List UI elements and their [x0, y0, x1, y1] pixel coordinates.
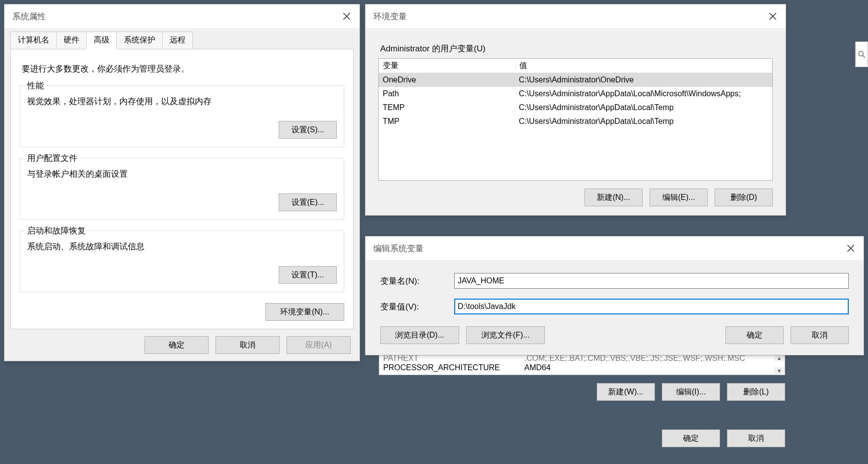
sysprop-titlebar: 系统属性: [4, 4, 360, 28]
user-delete-button[interactable]: 删除(D): [715, 189, 773, 206]
var-value: AMD64: [520, 363, 785, 372]
close-icon[interactable]: [334, 4, 360, 28]
edit-system-variable-dialog: 编辑系统变量 变量名(N): 变量值(V): 浏览目录(D)... 浏览文件(F…: [365, 236, 864, 355]
admin-notice: 要进行大多数更改，你必须作为管理员登录。: [22, 63, 342, 75]
envvars-titlebar: 环境变量: [365, 4, 786, 28]
variable-name-row: 变量名(N):: [380, 273, 849, 289]
var-value: C:\Users\Administrator\AppData\Local\Tem…: [515, 117, 772, 126]
variable-name-input[interactable]: [454, 273, 849, 289]
variable-value-row: 变量值(V):: [380, 299, 849, 314]
col-value[interactable]: 值: [515, 61, 772, 71]
editvar-title: 编辑系统变量: [373, 243, 838, 254]
tab-hardware[interactable]: 硬件: [56, 32, 87, 49]
envvars-title: 环境变量: [373, 11, 760, 22]
system-vars-peek: PATHEXT .COM;.EXE;.BAT;.CMD;.VBS;.VBE;.J…: [379, 353, 785, 447]
sysprop-ok-button[interactable]: 确定: [145, 336, 209, 354]
variable-name-label: 变量名(N):: [380, 275, 454, 287]
close-icon[interactable]: [760, 4, 786, 28]
browse-directory-button[interactable]: 浏览目录(D)...: [380, 326, 459, 344]
group-startup-recovery: 启动和故障恢复 系统启动、系统故障和调试信息 设置(T)...: [20, 231, 344, 292]
tab-advanced[interactable]: 高级: [86, 32, 117, 49]
var-name: PROCESSOR_ARCHITECTURE: [379, 363, 520, 372]
tab-remote[interactable]: 远程: [162, 32, 193, 49]
close-icon[interactable]: [838, 236, 864, 260]
var-name: TEMP: [379, 103, 515, 112]
envvars-cancel-button[interactable]: 取消: [727, 429, 785, 447]
svg-line-7: [863, 55, 865, 58]
user-edit-button[interactable]: 编辑(E)...: [650, 189, 708, 206]
group-performance-desc: 视觉效果，处理器计划，内存使用，以及虚拟内存: [27, 96, 337, 107]
sysprop-title: 系统属性: [12, 11, 334, 22]
editvar-titlebar: 编辑系统变量: [365, 236, 864, 260]
system-new-button[interactable]: 新建(W)...: [597, 383, 655, 401]
group-user-profiles: 用户配置文件 与登录帐户相关的桌面设置 设置(E)...: [20, 158, 344, 220]
user-vars-list[interactable]: 变量 值 OneDrive C:\Users\Administrator\One…: [378, 58, 773, 181]
list-item[interactable]: TMP C:\Users\Administrator\AppData\Local…: [379, 115, 772, 128]
group-performance: 性能 视觉效果，处理器计划，内存使用，以及虚拟内存 设置(S)...: [20, 85, 344, 147]
tabpage-advanced: 要进行大多数更改，你必须作为管理员登录。 性能 视觉效果，处理器计划，内存使用，…: [10, 49, 354, 329]
list-item[interactable]: Path C:\Users\Administrator\AppData\Loca…: [379, 87, 772, 101]
sysprop-apply-button[interactable]: 应用(A): [287, 336, 351, 354]
var-value: C:\Users\Administrator\OneDrive: [515, 76, 772, 84]
system-vars-buttons: 新建(W)... 编辑(I)... 删除(L): [379, 383, 785, 401]
group-user-profiles-title: 用户配置文件: [24, 153, 80, 164]
envvars-bottom-buttons: 确定 取消: [379, 429, 785, 447]
var-value: C:\Users\Administrator\AppData\Local\Tem…: [515, 103, 772, 112]
system-delete-button[interactable]: 删除(L): [727, 383, 785, 401]
svg-point-6: [859, 51, 863, 56]
var-name: OneDrive: [379, 76, 515, 84]
group-startup-desc: 系统启动、系统故障和调试信息: [27, 241, 337, 252]
startup-settings-button[interactable]: 设置(T)...: [279, 266, 337, 284]
group-performance-title: 性能: [24, 80, 47, 91]
system-vars-list[interactable]: PATHEXT .COM;.EXE;.BAT;.CMD;.VBS;.VBE;.J…: [379, 353, 785, 375]
user-new-button[interactable]: 新建(N)...: [584, 189, 643, 206]
editvar-cancel-button[interactable]: 取消: [791, 326, 849, 344]
system-edit-button[interactable]: 编辑(I)...: [662, 383, 720, 401]
list-item[interactable]: OneDrive C:\Users\Administrator\OneDrive: [379, 73, 772, 87]
variable-value-label: 变量值(V):: [380, 301, 454, 312]
user-vars-header: 变量 值: [379, 59, 772, 73]
sysprop-tabs: 计算机名 硬件 高级 系统保护 远程: [10, 28, 354, 49]
performance-settings-button[interactable]: 设置(S)...: [279, 121, 337, 139]
var-name: TMP: [379, 117, 515, 126]
sysprop-bottom-buttons: 确定 取消 应用(A): [10, 329, 354, 354]
environment-variables-button[interactable]: 环境变量(N)...: [265, 303, 344, 321]
search-icon[interactable]: [855, 41, 868, 67]
scroll-down-icon[interactable]: ▼: [774, 367, 784, 374]
col-variable[interactable]: 变量: [379, 61, 515, 71]
group-startup-title: 启动和故障恢复: [24, 225, 89, 236]
scroll-up-icon[interactable]: ▲: [774, 354, 784, 361]
list-item[interactable]: PROCESSOR_ARCHITECTURE AMD64: [379, 362, 785, 373]
envvars-ok-button[interactable]: 确定: [662, 429, 720, 447]
user-profiles-settings-button[interactable]: 设置(E)...: [279, 193, 337, 211]
user-vars-label: Administrator 的用户变量(U): [380, 43, 773, 54]
list-item[interactable]: TEMP C:\Users\Administrator\AppData\Loca…: [379, 101, 772, 115]
user-vars-buttons: 新建(N)... 编辑(E)... 删除(D): [378, 189, 773, 206]
sysprop-cancel-button[interactable]: 取消: [216, 336, 280, 354]
group-user-profiles-desc: 与登录帐户相关的桌面设置: [27, 168, 337, 180]
var-value: C:\Users\Administrator\AppData\Local\Mic…: [515, 89, 772, 98]
system-properties-window: 系统属性 计算机名 硬件 高级 系统保护 远程 要进行大多数更改，你必须作为管理…: [4, 4, 360, 361]
tab-computer-name[interactable]: 计算机名: [10, 32, 57, 49]
tab-system-protection[interactable]: 系统保护: [116, 32, 163, 49]
variable-value-input[interactable]: [454, 299, 849, 314]
editvar-buttons: 浏览目录(D)... 浏览文件(F)... 确定 取消: [380, 326, 849, 344]
environment-variables-window: 环境变量 Administrator 的用户变量(U) 变量 值 OneDriv…: [365, 4, 786, 216]
browse-file-button[interactable]: 浏览文件(F)...: [466, 326, 545, 344]
var-name: Path: [379, 89, 515, 98]
editvar-ok-button[interactable]: 确定: [725, 326, 784, 344]
